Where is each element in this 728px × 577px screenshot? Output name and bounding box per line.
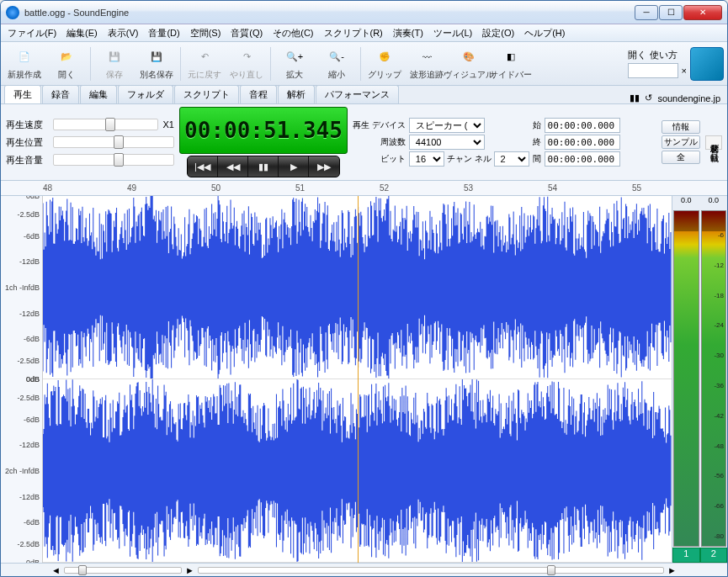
ruler-tick: 50 — [211, 183, 221, 193]
play-button[interactable]: ▶ — [279, 156, 309, 177]
speed-value: X1 — [163, 119, 174, 130]
menu-item[interactable]: 音量(D) — [143, 25, 184, 41]
db-label: 0dB — [26, 558, 40, 563]
menu-item[interactable]: 表示(V) — [103, 25, 144, 41]
meter-tick: -24 — [714, 321, 724, 329]
speed-slider[interactable] — [53, 119, 158, 130]
tab-4[interactable]: スクリプト — [174, 85, 239, 103]
menu-item[interactable]: 音質(Q) — [226, 25, 268, 41]
menu-item[interactable]: 設定(O) — [477, 25, 519, 41]
new-button[interactable]: 📄新規作成 — [4, 45, 45, 83]
menu-item[interactable]: ヘルプ(H) — [519, 25, 570, 41]
minimize-button[interactable]: ─ — [635, 5, 658, 20]
scroll-end-icon[interactable]: ► — [667, 565, 677, 575]
db-label: -6dB — [24, 232, 40, 241]
redo-button[interactable]: ↷やり直し — [226, 45, 267, 83]
start-field[interactable] — [545, 118, 620, 133]
open-button[interactable]: 📂開く — [46, 45, 87, 83]
meter-bar-2: -6-12-18-24-30-36-42-48-56-66-80 — [701, 210, 727, 547]
ruler-tick: 53 — [464, 183, 473, 193]
end-field[interactable] — [545, 135, 620, 150]
hscroll-slider[interactable] — [198, 567, 664, 574]
tabbar: 再生録音編集フォルダスクリプト音程解析パフォーマンス ▮▮ ↺ soundeng… — [1, 86, 727, 104]
db-label: -12dB — [19, 257, 40, 266]
scroll-right-icon[interactable]: ► — [185, 565, 194, 575]
zoomout-button[interactable]: 🔍-縮小 — [316, 45, 357, 83]
menu-item[interactable]: 編集(E) — [61, 25, 103, 41]
maximize-button[interactable]: ☐ — [659, 5, 683, 20]
tab-2[interactable]: 編集 — [80, 85, 117, 103]
visual-button[interactable]: 🎨ヴィジュアル — [449, 45, 489, 83]
undo-button[interactable]: ↶元に戻す — [184, 45, 225, 83]
freq-select[interactable]: 44100 — [409, 135, 485, 150]
open-icon: 📂 — [56, 47, 77, 67]
position-slider[interactable] — [53, 136, 174, 148]
brand-icon[interactable] — [690, 47, 724, 81]
meter-foot-2[interactable]: 2 — [700, 548, 728, 563]
panel-split-slider[interactable] — [64, 567, 182, 574]
sidebar-button[interactable]: ◧サイドバー — [491, 45, 531, 83]
info-button[interactable]: 情報 — [662, 120, 700, 134]
pause-button[interactable]: ▮▮ — [248, 156, 279, 177]
db-label: -12dB — [19, 441, 40, 449]
time-ruler[interactable]: 4849505152535455 — [1, 181, 727, 196]
meter-tick: -12 — [714, 262, 724, 269]
transport-bar: |◀◀ ◀◀ ▮▮ ▶ ▶▶ — [187, 156, 340, 177]
titlebar[interactable]: battle.ogg - SoundEngine ─ ☐ ✕ — [1, 1, 727, 24]
start-label: 始 — [533, 119, 541, 131]
menu-item[interactable]: 空間(S) — [185, 25, 226, 41]
tab-6[interactable]: 解析 — [278, 85, 315, 103]
chan-label: チャン ネル — [447, 153, 492, 165]
close-button[interactable]: ✕ — [683, 5, 722, 20]
gap-field[interactable] — [545, 151, 620, 167]
tab-0[interactable]: 再生 — [4, 85, 41, 103]
pause-indicator-icon[interactable]: ▮▮ — [630, 93, 640, 103]
menu-item[interactable]: その他(C) — [268, 25, 318, 41]
db-label: -12dB — [19, 310, 40, 318]
zoomin-button[interactable]: 🔍+拡大 — [274, 45, 315, 83]
skip-start-button[interactable]: |◀◀ — [188, 156, 218, 177]
menu-item[interactable]: ツール(L) — [428, 25, 477, 41]
position-label: 再生位置 — [6, 136, 48, 149]
howto-link[interactable]: 使い方 — [650, 49, 678, 61]
tab-3[interactable]: フォルダ — [118, 85, 173, 103]
menu-item[interactable]: ファイル(F) — [3, 25, 61, 41]
search-input[interactable] — [628, 63, 678, 78]
meter-tick: -6 — [718, 231, 724, 239]
db-label: -6dB — [24, 518, 40, 527]
waveform-panel[interactable]: 0dB-2.5dB-6dB-12dB1ch -InfdB-12dB-6dB-2.… — [1, 196, 672, 563]
device-select[interactable]: スピーカー ( — [409, 118, 485, 133]
save-button[interactable]: 💾保存 — [94, 45, 135, 83]
ruler-tick: 52 — [380, 183, 389, 193]
menu-item[interactable]: スクリプト(R) — [319, 25, 388, 41]
grip-button[interactable]: ✊グリップ — [364, 45, 405, 83]
all-button[interactable]: 全 — [662, 151, 700, 164]
loop-indicator-icon[interactable]: ↺ — [645, 93, 652, 103]
playback-controls: 再生速度 X1 再生位置 再生音量 00:00:51.345 |◀◀ ◀◀ ▮▮… — [1, 104, 727, 181]
brand-url[interactable]: soundengine.jp — [657, 93, 720, 103]
search-close-icon[interactable]: × — [682, 66, 687, 76]
db-label: -2.5dB — [17, 540, 40, 548]
waveform-button[interactable]: 〰波形追跡 — [407, 45, 447, 83]
chan-select[interactable]: 2 — [494, 151, 529, 167]
db-label: 0dB — [26, 375, 40, 384]
grip-icon: ✊ — [375, 47, 395, 67]
visual-icon: 🎨 — [459, 47, 479, 67]
end-label: 終 — [533, 136, 541, 148]
volume-slider[interactable] — [53, 154, 174, 166]
bit-select[interactable]: 16 — [409, 151, 444, 167]
ffwd-button[interactable]: ▶▶ — [309, 156, 339, 177]
tab-5[interactable]: 音程 — [240, 85, 277, 103]
sample-button[interactable]: サンプル — [662, 135, 700, 149]
db-label: 0dB — [26, 196, 40, 200]
playhead[interactable] — [358, 196, 359, 563]
saveas-button[interactable]: 💾別名保存 — [136, 45, 177, 83]
tab-7[interactable]: パフォーマンス — [316, 85, 399, 103]
speed-label: 再生速度 — [6, 119, 48, 131]
rewind-button[interactable]: ◀◀ — [218, 156, 248, 177]
scroll-left-icon[interactable]: ◄ — [51, 565, 61, 575]
meter-foot-1[interactable]: 1 — [672, 548, 700, 563]
open-link[interactable]: 開く — [628, 49, 646, 61]
tab-1[interactable]: 録音 — [42, 85, 79, 103]
menu-item[interactable]: 演奏(T) — [388, 25, 428, 41]
